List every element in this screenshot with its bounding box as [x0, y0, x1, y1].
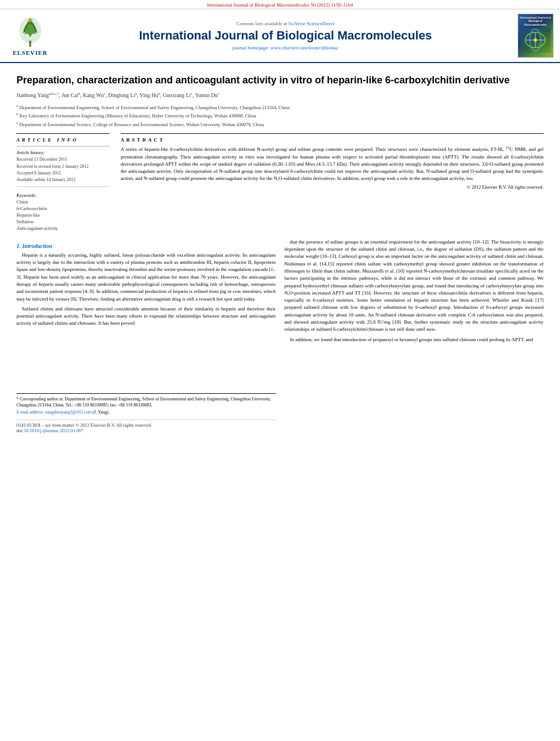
- article-info-header: A R T I C L E I N F O: [16, 137, 110, 143]
- sciverse-link[interactable]: SciVerse ScienceDirect: [289, 21, 335, 26]
- svg-rect-3: [30, 18, 31, 21]
- elsevier-text: ELSEVIER: [13, 49, 48, 56]
- body-right-col: that the presence of sulfate groups is a…: [285, 239, 544, 434]
- contents-line: Contents lists available at SciVerse Sci…: [59, 21, 512, 26]
- article-info-abstract-section: A R T I C L E I N F O Article history: R…: [16, 133, 544, 231]
- affil-b: b Key Laboratory of Fermentation Enginee…: [16, 111, 544, 120]
- affil-c: c Department of Environmental Science, C…: [16, 120, 544, 128]
- kw-sulfation: Sulfation: [16, 219, 110, 225]
- bottom-license: 0141-8130/$ – see front matter © 2012 El…: [16, 422, 276, 428]
- affil-a: a Department of Environmental Engineerin…: [16, 103, 544, 111]
- authors-line: Jianhong Yanga,b,c,*, Jun Caib, Kang Wuc…: [16, 91, 544, 99]
- article-title: Preparation, characterization and antico…: [16, 74, 544, 87]
- kw-6carboxychitin: 6-Carboxychitin: [16, 206, 110, 212]
- body-left-col: 1. Introduction Heparin is a naturally o…: [16, 239, 276, 434]
- accepted-date: Accepted 8 January 2012: [16, 170, 110, 176]
- kw-anticoagulant: Anticoagulant activity: [16, 225, 110, 232]
- journal-header: ELSEVIER Contents lists available at Sci…: [0, 9, 560, 63]
- body-section: 1. Introduction Heparin is a naturally o…: [16, 239, 544, 434]
- homepage-url[interactable]: www.elsevier.com/locate/ijbiomac: [270, 45, 338, 50]
- left-col-info: A R T I C L E I N F O Article history: R…: [16, 133, 110, 231]
- journal-citation: International Journal of Biological Macr…: [207, 2, 353, 8]
- cover-image: International Journal of Biological Macr…: [518, 14, 553, 58]
- journal-cover: International Journal of Biological Macr…: [516, 14, 555, 58]
- body-right-text: that the presence of sulfate groups is a…: [285, 239, 544, 343]
- history-label: Article history:: [16, 150, 110, 155]
- keywords-header: Keywords:: [16, 193, 110, 198]
- bottom-bar: 0141-8130/$ – see front matter © 2012 El…: [16, 420, 276, 433]
- top-bar: International Journal of Biological Macr…: [0, 0, 560, 9]
- kw-heparin-like: Heparin-like: [16, 212, 110, 219]
- intro-title: 1. Introduction: [16, 243, 276, 249]
- journal-title-area: Contents lists available at SciVerse Sci…: [59, 14, 512, 58]
- available-online-date: Available online 14 January 2012: [16, 177, 110, 183]
- article-info-box: A R T I C L E I N F O Article history: R…: [16, 133, 110, 187]
- received-date: Received 13 December 2011: [16, 156, 110, 162]
- kw-chitin: Chitin: [16, 199, 110, 206]
- elsevier-logo: ELSEVIER: [5, 14, 55, 58]
- page-wrapper: International Journal of Biological Macr…: [0, 0, 560, 741]
- right-col-abstract: A B S T R A C T A series of heparin-like…: [121, 133, 544, 231]
- affiliations: a Department of Environmental Engineerin…: [16, 103, 544, 128]
- journal-main-title: International Journal of Biological Macr…: [59, 29, 512, 43]
- journal-homepage: journal homepage: www.elsevier.com/locat…: [59, 45, 512, 50]
- footnote-star: * Corresponding author at: Department of…: [16, 396, 276, 408]
- body-left-text: Heparin is a naturally occurring, highly…: [16, 252, 276, 327]
- doi-line: doi:10.1016/j.ijbiomac.2012.01.007: [16, 428, 276, 433]
- copyright-line: © 2012 Elsevier B.V. All rights reserved…: [121, 184, 544, 190]
- footnote-area: * Corresponding author at: Department of…: [16, 393, 276, 416]
- keywords-section: Keywords: Chitin 6-Carboxychitin Heparin…: [16, 193, 110, 231]
- elsevier-tree-icon: [14, 15, 47, 48]
- abstract-text: A series of heparin-like 6-carboxylchiti…: [121, 145, 544, 182]
- received-revised-date: Received in revised form 2 January 2012: [16, 163, 110, 169]
- abstract-section: A B S T R A C T A series of heparin-like…: [121, 133, 544, 189]
- abstract-header: A B S T R A C T: [121, 137, 544, 143]
- footnote-email: E-mail address: yangshenyang3@163.com (J…: [16, 409, 276, 415]
- content-area: Preparation, characterization and antico…: [0, 63, 560, 439]
- svg-point-9: [534, 38, 537, 42]
